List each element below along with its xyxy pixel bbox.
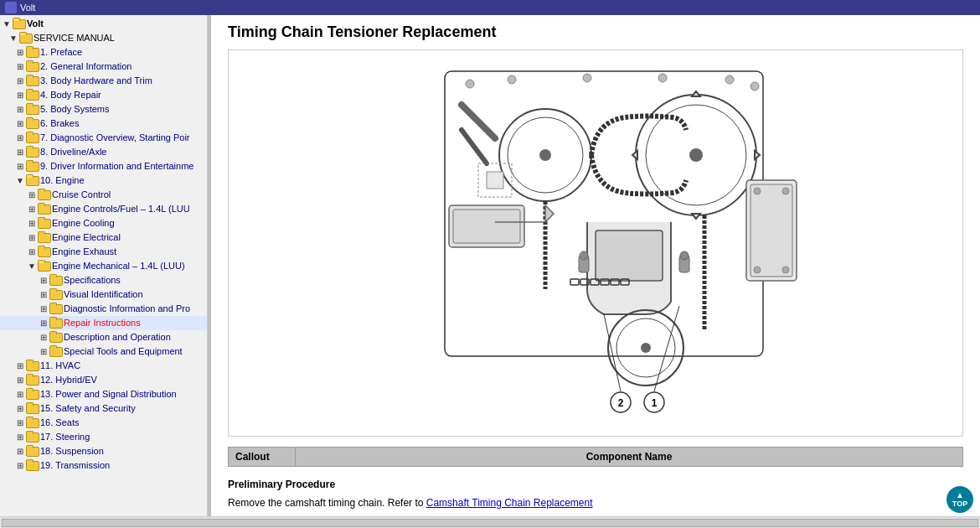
sidebar-label-drive: 8. Driveline/Axle [40, 146, 106, 158]
tree-toggle-br[interactable]: ⊞ [15, 89, 25, 101]
sidebar-item-general-info[interactable]: ⊞ 2. General Information [0, 60, 207, 74]
tree-toggle-st[interactable]: ⊞ [39, 345, 49, 358]
tree-toggle-trans[interactable]: ⊞ [15, 459, 25, 472]
sidebar-item-repair-instructions[interactable]: ⊞ Repair Instructions [0, 316, 207, 330]
tree-toggle-cruise[interactable]: ⊞ [27, 189, 37, 201]
sidebar-item-steering[interactable]: ⊞ 17. Steering [0, 430, 207, 444]
tree-toggle-exhaust[interactable]: ⊞ [27, 246, 37, 258]
tree-toggle-seats[interactable]: ⊞ [15, 417, 25, 429]
svg-point-7 [539, 149, 551, 161]
tree-toggle-ri[interactable]: ⊞ [39, 317, 49, 329]
sidebar-label-brakes: 6. Brakes [40, 117, 79, 130]
svg-rect-8 [596, 230, 663, 281]
sidebar-label-bh: 3. Body Hardware and Trim [40, 75, 152, 87]
sidebar-item-cruise[interactable]: ⊞ Cruise Control [0, 188, 207, 202]
top-label: TOP [952, 500, 967, 508]
tree-toggle-ee[interactable]: ⊞ [27, 231, 37, 244]
tree-toggle-susp[interactable]: ⊞ [15, 445, 25, 458]
sidebar-item-driveline[interactable]: ⊞ 8. Driveline/Axle [0, 145, 207, 159]
sidebar-label-ec: Engine Controls/Fuel – 1.4L (LUU [52, 203, 190, 215]
svg-point-13 [580, 251, 588, 260]
sidebar-item-transmission[interactable]: ⊞ 19. Transmission [0, 458, 207, 473]
tree-toggle-bh[interactable]: ⊞ [15, 75, 25, 87]
camshaft-timing-link[interactable]: Camshaft Timing Chain Replacement [426, 497, 593, 509]
sidebar-item-brakes[interactable]: ⊞ 6. Brakes [0, 116, 207, 131]
tree-toggle-bs[interactable]: ⊞ [15, 103, 25, 116]
tree-toggle-diag[interactable]: ⊞ [15, 132, 25, 144]
tree-toggle-engine[interactable]: ▼ [15, 174, 25, 187]
sidebar-label-bs: 5. Body Systems [40, 103, 110, 116]
sidebar-item-body-hardware[interactable]: ⊞ 3. Body Hardware and Trim [0, 74, 207, 88]
folder-icon-hybrid [25, 374, 39, 386]
tree-toggle-sm[interactable]: ▼ [8, 32, 18, 44]
tree-toggle-dip[interactable]: ⊞ [39, 303, 49, 315]
sidebar-item-safety[interactable]: ⊞ 15. Safety and Security [0, 401, 207, 416]
tree-toggle-drive[interactable]: ⊞ [15, 146, 25, 158]
sidebar-item-hvac[interactable]: ⊞ 11. HVAC [0, 359, 207, 373]
sidebar-item-specifications[interactable]: ⊞ Specifications [0, 273, 207, 287]
folder-icon-do [49, 331, 62, 343]
engine-diagram-svg: 2 1 [294, 54, 897, 432]
sidebar-item-engine-exhaust[interactable]: ⊞ Engine Exhaust [0, 245, 207, 259]
folder-icon-susp [25, 445, 39, 457]
sidebar-item-engine-controls[interactable]: ⊞ Engine Controls/Fuel – 1.4L (LUU [0, 202, 207, 216]
folder-icon-ec [37, 203, 50, 215]
sidebar-item-special-tools[interactable]: ⊞ Special Tools and Equipment [0, 344, 207, 359]
sidebar-label-steer: 17. Steering [40, 431, 90, 443]
tree-toggle-safety[interactable]: ⊞ [15, 402, 25, 415]
tree-toggle-di[interactable]: ⊞ [15, 160, 25, 173]
svg-point-21 [782, 188, 789, 194]
tree-toggle-steer[interactable]: ⊞ [15, 431, 25, 443]
sidebar-item-power-signal[interactable]: ⊞ 13. Power and Signal Distribution [0, 387, 207, 401]
sidebar-item-seats[interactable]: ⊞ 16. Seats [0, 416, 207, 430]
tree-toggle-brakes[interactable]: ⊞ [15, 117, 25, 130]
tree-toggle-vi[interactable]: ⊞ [39, 288, 49, 301]
folder-icon-dip [49, 303, 62, 314]
tree-root-volt[interactable]: ▼ Volt [0, 17, 207, 31]
sidebar-item-diagnostic[interactable]: ⊞ 7. Diagnostic Overview, Starting Poir [0, 131, 207, 145]
sidebar-item-hybrid[interactable]: ⊞ 12. Hybrid/EV [0, 373, 207, 387]
tree-toggle-cooling[interactable]: ⊞ [27, 217, 37, 230]
folder-icon-bs [25, 103, 39, 115]
svg-rect-17 [453, 210, 520, 243]
svg-point-22 [754, 267, 761, 273]
section-header-preliminary: Preliminary Procedure [228, 474, 963, 494]
svg-point-37 [658, 74, 667, 82]
sidebar-label-ps: 13. Power and Signal Distribution [40, 388, 177, 401]
sidebar-item-engine-mechanical[interactable]: ▼ Engine Mechanical – 1.4L (LUU) [0, 259, 207, 273]
sidebar-item-desc-op[interactable]: ⊞ Description and Operation [0, 330, 207, 344]
folder-icon-ps [25, 388, 39, 400]
sidebar-item-preface[interactable]: ⊞ 1. Preface [0, 45, 207, 60]
sidebar-item-diag-info[interactable]: ⊞ Diagnostic Information and Pro [0, 302, 207, 316]
tree-toggle-preface[interactable]: ⊞ [15, 46, 25, 59]
top-button[interactable]: ▲ TOP [946, 486, 973, 513]
sidebar-label-dip: Diagnostic Information and Pro [64, 303, 190, 315]
horizontal-scrollbar[interactable] [2, 519, 978, 527]
tree-toggle-hvac[interactable]: ⊞ [15, 360, 25, 372]
tree-toggle-hybrid[interactable]: ⊞ [15, 374, 25, 386]
sidebar-item-body-systems[interactable]: ⊞ 5. Body Systems [0, 102, 207, 116]
tree-toggle-ec[interactable]: ⊞ [27, 203, 37, 215]
sidebar-item-engine-cooling[interactable]: ⊞ Engine Cooling [0, 216, 207, 230]
folder-icon-engine [25, 174, 39, 186]
procedure-text: Remove the camshaft timing chain. Refer … [228, 494, 963, 512]
tree-service-manual[interactable]: ▼ SERVICE MANUAL [0, 31, 207, 45]
sidebar-item-engine[interactable]: ▼ 10. Engine [0, 173, 207, 188]
tree-toggle-ps[interactable]: ⊞ [15, 388, 25, 401]
tree-toggle-volt[interactable]: ▼ [2, 18, 12, 30]
sidebar-item-suspension[interactable]: ⊞ 18. Suspension [0, 444, 207, 458]
sidebar-label-vi: Visual Identification [64, 288, 143, 301]
tree-toggle-em[interactable]: ▼ [27, 260, 37, 272]
tree-toggle-spec[interactable]: ⊞ [39, 274, 49, 287]
sidebar-item-engine-electrical[interactable]: ⊞ Engine Electrical [0, 230, 207, 245]
sidebar-item-body-repair[interactable]: ⊞ 4. Body Repair [0, 88, 207, 102]
svg-point-23 [782, 267, 789, 273]
sidebar-label-do: Description and Operation [64, 331, 171, 344]
sidebar-label-gi: 2. General Information [40, 60, 132, 73]
tree-toggle-do[interactable]: ⊞ [39, 331, 49, 344]
sidebar-item-driver-info[interactable]: ⊞ 9. Driver Information and Entertainme [0, 159, 207, 173]
sidebar-item-visual-id[interactable]: ⊞ Visual Identification [0, 287, 207, 302]
folder-icon-volt [12, 18, 25, 29]
app-title: Volt [20, 3, 35, 13]
tree-toggle-gi[interactable]: ⊞ [15, 60, 25, 73]
